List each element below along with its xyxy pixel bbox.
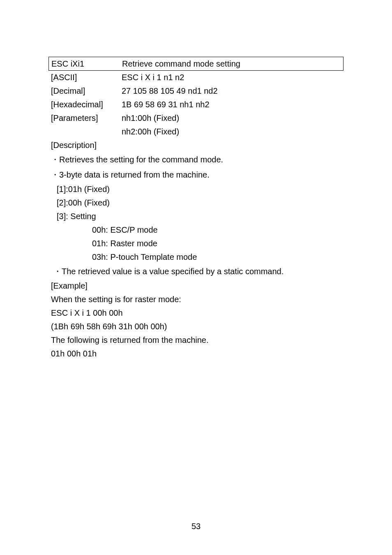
example-line-4: The following is returned from the machi… <box>48 333 344 347</box>
def-label: [Decimal] <box>51 86 122 96</box>
page-number: 53 <box>0 522 392 531</box>
def-value: nh1:00h (Fixed) <box>122 113 341 123</box>
example-line-3: (1Bh 69h 58h 69h 31h 00h 00h) <box>48 320 344 333</box>
description-bullet-2: ・3-byte data is returned from the machin… <box>48 167 344 183</box>
setting-00h: 00h: ESC/P mode <box>48 223 344 237</box>
example-line-2: ESC i X i 1 00h 00h <box>48 306 344 320</box>
def-label <box>51 127 122 136</box>
byte-1: [1]:01h (Fixed) <box>48 183 344 196</box>
example-line-5: 01h 00h 01h <box>48 347 344 361</box>
page-container: ESC iXi1 Retrieve command mode setting [… <box>0 0 392 555</box>
description-bullet-1: ・Retrieves the setting for the command m… <box>48 152 344 167</box>
def-label: [ASCII] <box>51 73 122 82</box>
setting-01h: 01h: Raster mode <box>48 237 344 250</box>
def-value: 1B 69 58 69 31 nh1 nh2 <box>122 100 341 109</box>
def-value: ESC i X i 1 n1 n2 <box>122 73 341 82</box>
example-heading: [Example] <box>48 279 344 293</box>
byte-2: [2]:00h (Fixed) <box>48 196 344 210</box>
command-title: Retrieve command mode setting <box>122 59 341 69</box>
def-row-decimal: [Decimal] 27 105 88 105 49 nd1 nd2 <box>48 84 344 98</box>
def-row-params-2: nh2:00h (Fixed) <box>48 125 344 139</box>
def-label: [Hexadecimal] <box>51 100 122 109</box>
example-line-1: When the setting is for raster mode: <box>48 293 344 306</box>
byte-3: [3]: Setting <box>48 210 344 223</box>
def-value: 27 105 88 105 49 nd1 nd2 <box>122 86 341 96</box>
def-value: nh2:00h (Fixed) <box>122 127 341 136</box>
description-bullet-3: ・The retrieved value is a value specifie… <box>48 264 344 279</box>
setting-03h: 03h: P-touch Template mode <box>48 250 344 264</box>
def-row-hex: [Hexadecimal] 1B 69 58 69 31 nh1 nh2 <box>48 98 344 111</box>
def-row-ascii: [ASCII] ESC i X i 1 n1 n2 <box>48 71 344 84</box>
def-label: [Parameters] <box>51 113 122 123</box>
command-header-row: ESC iXi1 Retrieve command mode setting <box>48 57 344 71</box>
command-code: ESC iXi1 <box>51 59 122 69</box>
def-row-params-1: [Parameters] nh1:00h (Fixed) <box>48 111 344 125</box>
description-heading: [Description] <box>48 139 344 152</box>
